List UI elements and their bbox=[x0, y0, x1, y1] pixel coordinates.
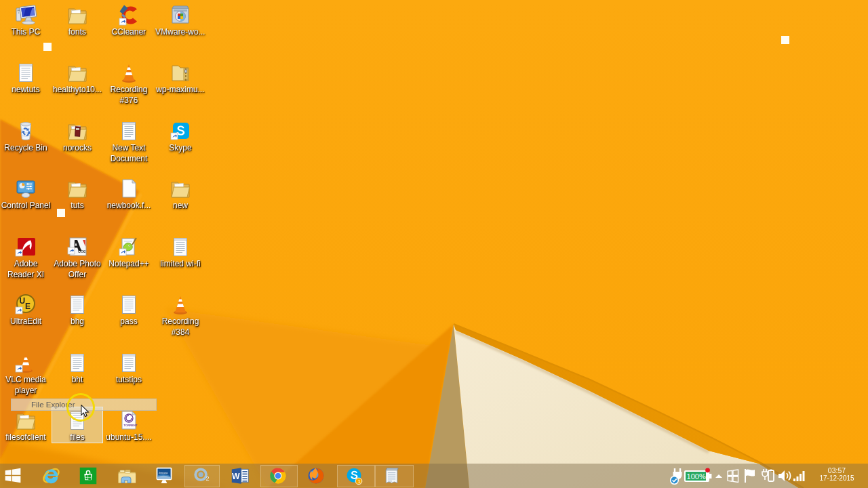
svg-text:100%: 100% bbox=[687, 472, 706, 481]
svg-text:W: W bbox=[232, 472, 240, 481]
svg-text:obe: obe bbox=[78, 249, 86, 253]
svg-text:U: U bbox=[20, 296, 26, 306]
svg-text:2: 2 bbox=[206, 475, 210, 482]
svg-text:E: E bbox=[25, 302, 31, 311]
svg-text:TORRENT: TORRENT bbox=[124, 424, 138, 427]
svg-text:lenovo: lenovo bbox=[159, 471, 168, 474]
svg-text:1: 1 bbox=[357, 479, 360, 485]
